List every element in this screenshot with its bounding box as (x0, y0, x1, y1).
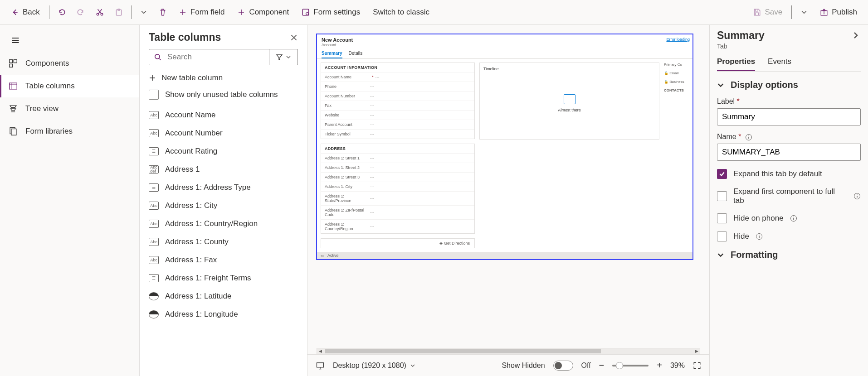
form-field-row[interactable]: Address 1: Street 3--- (321, 172, 474, 182)
paste-button[interactable] (110, 3, 127, 21)
checkbox-label: Expand this tab by default (733, 169, 822, 178)
show-unused-label: Show only unused table columns (165, 90, 278, 99)
form-field-row[interactable]: Website--- (321, 110, 474, 120)
form-field-row[interactable]: Fax--- (321, 101, 474, 110)
show-hidden-toggle[interactable] (553, 361, 573, 371)
zoom-slider[interactable] (612, 365, 649, 366)
hide-checkbox-row[interactable]: Hide (717, 231, 861, 241)
cut-button[interactable] (91, 3, 108, 21)
checkbox[interactable] (717, 213, 727, 223)
delete-button[interactable] (154, 3, 171, 21)
section-display-options[interactable]: Display options (717, 80, 861, 90)
save-button[interactable]: Save (747, 3, 788, 21)
column-item[interactable]: AbcAddress 1: Country/Region (149, 215, 305, 233)
redo-button[interactable] (72, 3, 89, 21)
form-field-row[interactable]: Address 1: Street 2--- (321, 163, 474, 172)
zoom-out-button[interactable]: − (599, 360, 605, 371)
form-field-row[interactable]: Ticker Symbol--- (321, 129, 474, 139)
checkbox[interactable] (717, 191, 727, 201)
checkbox[interactable] (149, 90, 159, 100)
form-field-row[interactable]: Account Number--- (321, 91, 474, 101)
expand-panel-button[interactable] (852, 31, 860, 39)
form-tab-details[interactable]: Details (349, 51, 363, 58)
hamburger-button[interactable] (0, 29, 139, 52)
search-box[interactable] (149, 49, 269, 65)
section-address[interactable]: ADDRESS Address 1: Street 1---Address 1:… (321, 144, 475, 234)
zoom-in-button[interactable]: + (657, 360, 662, 371)
back-button[interactable]: Back (5, 3, 45, 21)
section-formatting[interactable]: Formatting (717, 250, 861, 260)
chevron-down-icon (800, 8, 808, 16)
device-selector[interactable]: Desktop (1920 x 1080) (333, 362, 415, 370)
column-item[interactable]: AbcAddress 1: City (149, 197, 305, 215)
column-item[interactable]: AbcAddress 1: County (149, 233, 305, 251)
info-icon[interactable] (745, 134, 752, 141)
expand-first-checkbox-row[interactable]: Expand first component to full tab (717, 187, 861, 205)
nav-components[interactable]: Components (0, 52, 139, 75)
column-item[interactable]: ☰Address 1: Freight Terms (149, 269, 305, 287)
scroll-thumb[interactable] (325, 349, 601, 353)
component-button[interactable]: Component (232, 3, 294, 21)
column-list[interactable]: AbcAccount NameAbcAccount Number☰Account… (140, 106, 307, 376)
column-item[interactable]: Address 1: Latitude (149, 287, 305, 305)
error-loading-link[interactable]: Error loading (666, 37, 690, 42)
show-unused-checkbox-row[interactable]: Show only unused table columns (140, 86, 307, 106)
get-directions-button[interactable]: ◈ Get Directions (321, 238, 475, 248)
form-field-row[interactable]: Address 1: Street 1--- (321, 153, 474, 163)
nav-tree-view[interactable]: Tree view (0, 97, 139, 120)
tab-events[interactable]: Events (768, 57, 791, 71)
svg-rect-9 (10, 64, 13, 67)
fit-screen-button[interactable] (693, 362, 701, 370)
timeline-section[interactable]: Timeline Almost there (479, 63, 659, 140)
undo-button[interactable] (53, 3, 70, 21)
horizontal-scrollbar[interactable]: ◀ ▶ (317, 348, 700, 354)
nav-label: Tree view (25, 104, 59, 113)
paste-dropdown[interactable] (135, 3, 152, 21)
info-icon[interactable] (756, 233, 763, 240)
scroll-left-arrow[interactable]: ◀ (317, 348, 323, 354)
form-settings-button[interactable]: Form settings (296, 3, 366, 21)
properties-panel: Summary Tab Properties Events Display op… (709, 25, 868, 376)
close-panel-button[interactable] (290, 34, 298, 42)
form-field-row[interactable]: Address 1: ZIP/Postal Code--- (321, 205, 474, 219)
column-item[interactable]: AbcAddress 1: Fax (149, 251, 305, 269)
hide-phone-checkbox-row[interactable]: Hide on phone (717, 213, 861, 223)
form-field-row[interactable]: Account Name*--- (321, 72, 474, 82)
show-hidden-label: Show Hidden (502, 362, 545, 370)
scroll-right-arrow[interactable]: ▶ (693, 348, 700, 354)
expand-default-checkbox-row[interactable]: Expand this tab by default (717, 169, 861, 179)
form-field-row[interactable]: Address 1: State/Province--- (321, 191, 474, 205)
form-field-row[interactable]: Parent Account--- (321, 120, 474, 129)
checkbox[interactable] (717, 169, 727, 179)
checkbox[interactable] (717, 231, 727, 241)
form-preview[interactable]: Error loading New Account Account Summar… (317, 34, 693, 260)
info-icon[interactable] (853, 193, 861, 200)
column-item[interactable]: AbcdefAddress 1 (149, 160, 305, 178)
publish-icon (820, 8, 828, 16)
new-table-column-button[interactable]: New table column (140, 70, 307, 86)
tab-properties[interactable]: Properties (717, 57, 755, 71)
redo-icon (77, 8, 85, 16)
column-item[interactable]: Address 1: Longitude (149, 305, 305, 323)
publish-button[interactable]: Publish (814, 3, 863, 21)
nav-table-columns[interactable]: Table columns (0, 75, 139, 97)
form-field-row[interactable]: Phone--- (321, 82, 474, 91)
column-item[interactable]: AbcAccount Number (149, 124, 305, 142)
label-input[interactable] (717, 108, 861, 125)
column-item[interactable]: ☰Address 1: Address Type (149, 178, 305, 197)
form-field-row[interactable]: Address 1: City--- (321, 182, 474, 191)
name-input[interactable] (717, 144, 861, 161)
nav-form-libraries[interactable]: Form libraries (0, 120, 139, 143)
column-item[interactable]: AbcAccount Name (149, 106, 305, 124)
form-tab-summary[interactable]: Summary (322, 51, 342, 58)
form-field-row[interactable]: Address 1: Country/Region--- (321, 219, 474, 233)
save-dropdown[interactable] (795, 3, 813, 21)
switch-classic-button[interactable]: Switch to classic (367, 3, 435, 21)
section-account-information[interactable]: ACCOUNT INFORMATION Account Name*---Phon… (321, 63, 475, 139)
right-summary-panel: Primary Co 🔒 Email 🔒 Business CONTACTS (664, 63, 689, 248)
filter-button[interactable] (269, 49, 298, 65)
form-field-button[interactable]: Form field (173, 3, 230, 21)
info-icon[interactable] (790, 215, 797, 222)
column-item[interactable]: ☰Account Rating (149, 142, 305, 160)
search-input[interactable] (166, 52, 264, 62)
